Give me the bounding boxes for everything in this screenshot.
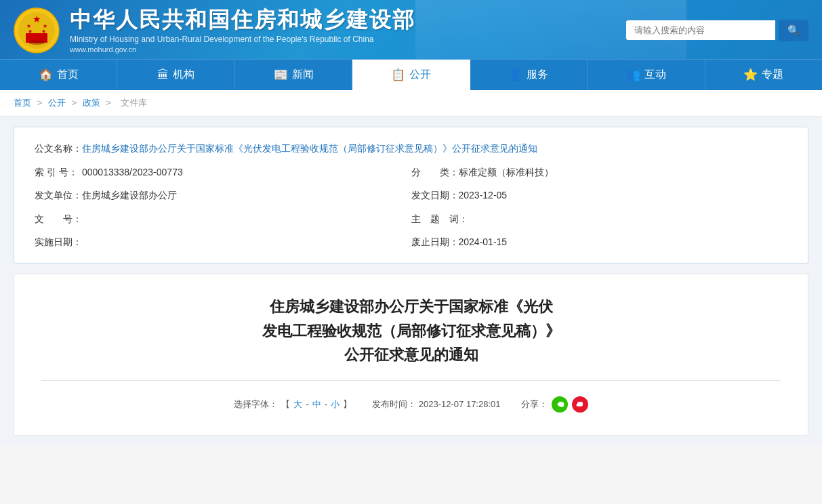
nav-item-home[interactable]: 🏠 首页 xyxy=(0,60,117,90)
doc-impldate-row: 实施日期： 废止日期： 2024-01-15 xyxy=(35,234,787,249)
doc-index-left: 索 引 号： 000013338/2023-00773 xyxy=(35,165,411,180)
doc-title-value: 住房城乡建设部办公厅关于国家标准《光伏发电工程验收规范（局部修订征求意见稿）》公… xyxy=(82,141,537,156)
nav-item-special[interactable]: ⭐ 专题 xyxy=(705,60,822,90)
publish-time-area: 发布时间： 2023-12-07 17:28:01 xyxy=(372,398,500,411)
breadcrumb-sep2: > xyxy=(71,98,79,108)
doc-expdate-value: 2024-01-15 xyxy=(459,234,508,249)
nav-label-org: 机构 xyxy=(173,68,194,82)
nav-label-news: 新闻 xyxy=(292,68,314,82)
article-title: 住房城乡建设部办公厅关于国家标准《光伏 发电工程验收规范（局部修订征求意见稿）》… xyxy=(41,295,781,366)
nav-label-open: 公开 xyxy=(409,68,431,82)
doc-impldate-label: 实施日期： xyxy=(35,234,82,249)
doc-expdate-right: 废止日期： 2024-01-15 xyxy=(411,234,788,249)
doc-title-label: 公文名称： xyxy=(35,141,82,156)
publish-time-value: 2023-12-07 17:28:01 xyxy=(419,399,501,409)
doc-sender-row: 发文单位： 住房城乡建设部办公厅 发文日期： 2023-12-05 xyxy=(35,188,787,203)
interact-icon: 👥 xyxy=(626,68,640,82)
font-size-selector: 选择字体： 【 大 - 中 - 小 】 xyxy=(234,398,352,411)
font-small-btn[interactable]: 小 xyxy=(331,398,340,411)
doc-subject-right: 主 题 词： xyxy=(411,211,788,226)
special-icon: ⭐ xyxy=(743,68,758,82)
site-title-en: Ministry of Housing and Urban-Rural Deve… xyxy=(70,35,415,44)
doc-sender-left: 发文单位： 住房城乡建设部办公厅 xyxy=(35,188,411,203)
org-icon: 🏛 xyxy=(157,68,169,82)
site-website: www.mohurd.gov.cn xyxy=(70,45,415,54)
wechat-share-icon[interactable] xyxy=(552,396,568,413)
doc-index-row: 索 引 号： 000013338/2023-00773 分 类： 标准定额（标准… xyxy=(35,165,787,180)
site-header: ★ ★ ★ ★ ★ 中华人民共和国住房和城乡建设部 Ministry of Ho… xyxy=(0,0,822,59)
home-icon: 🏠 xyxy=(39,68,53,82)
svg-point-8 xyxy=(28,41,45,45)
share-area: 分享： xyxy=(521,396,588,413)
service-icon: 👤 xyxy=(508,68,522,82)
svg-text:★: ★ xyxy=(33,14,41,24)
article-divider xyxy=(41,380,781,381)
font-size-label: 选择字体： xyxy=(234,398,278,411)
doc-title-left: 公文名称： 住房城乡建设部办公厅关于国家标准《光伏发电工程验收规范（局部修订征求… xyxy=(35,141,787,156)
breadcrumb-current: 文件库 xyxy=(121,98,147,108)
doc-category-label: 分 类： xyxy=(411,165,459,180)
font-large-btn[interactable]: 大 xyxy=(293,398,302,411)
nav-label-service: 服务 xyxy=(527,68,548,82)
font-size-close-bracket: 】 xyxy=(343,398,352,411)
font-size-open-bracket: 【 xyxy=(281,398,290,411)
share-label: 分享： xyxy=(521,398,548,411)
header-title-block: 中华人民共和国住房和城乡建设部 Ministry of Housing and … xyxy=(70,7,415,54)
header-left: ★ ★ ★ ★ ★ 中华人民共和国住房和城乡建设部 Ministry of Ho… xyxy=(14,7,415,54)
doc-senddate-label: 发文日期： xyxy=(411,188,459,203)
font-sep2: - xyxy=(325,399,327,409)
doc-docno-left: 文 号： xyxy=(35,211,411,226)
nav-label-special: 专题 xyxy=(762,68,783,82)
doc-subject-label: 主 题 词： xyxy=(411,211,468,226)
doc-title-row: 公文名称： 住房城乡建设部办公厅关于国家标准《光伏发电工程验收规范（局部修订征求… xyxy=(35,141,787,156)
doc-docno-row: 文 号： 主 题 词： xyxy=(35,211,787,226)
doc-index-value: 000013338/2023-00773 xyxy=(82,165,183,180)
nav-label-interact: 互动 xyxy=(644,68,666,82)
font-medium-btn[interactable]: 中 xyxy=(312,398,321,411)
breadcrumb-sep3: > xyxy=(106,98,113,108)
nav-item-open[interactable]: 📋 公开 xyxy=(352,60,470,90)
search-area: 🔍 xyxy=(626,20,808,41)
doc-impldate-left: 实施日期： xyxy=(35,234,411,249)
open-icon: 📋 xyxy=(391,68,405,82)
nav-item-interact[interactable]: 👥 互动 xyxy=(588,60,705,90)
weibo-share-icon[interactable] xyxy=(572,396,588,413)
doc-category-value: 标准定额（标准科技） xyxy=(459,165,554,180)
doc-expdate-label: 废止日期： xyxy=(411,234,459,249)
article-title-line1: 住房城乡建设部办公厅关于国家标准《光伏 xyxy=(270,298,553,315)
doc-senddate-right: 发文日期： 2023-12-05 xyxy=(411,188,788,203)
svg-text:★: ★ xyxy=(41,28,46,35)
doc-senddate-value: 2023-12-05 xyxy=(459,188,508,203)
news-icon: 📰 xyxy=(274,68,288,82)
doc-sender-label: 发文单位： xyxy=(35,188,82,203)
article-box: 住房城乡建设部办公厅关于国家标准《光伏 发电工程验收规范（局部修订征求意见稿）》… xyxy=(14,274,808,436)
article-meta: 选择字体： 【 大 - 中 - 小 】 发布时间： 2023-12-07 17:… xyxy=(41,391,781,418)
font-sep1: - xyxy=(306,399,308,409)
svg-text:★: ★ xyxy=(28,28,33,35)
search-input[interactable] xyxy=(626,20,775,40)
breadcrumb-policy[interactable]: 政策 xyxy=(83,98,100,108)
breadcrumb-open[interactable]: 公开 xyxy=(48,98,66,108)
article-title-line2: 发电工程验收规范（局部修订征求意见稿）》 xyxy=(262,322,560,339)
nav-item-news[interactable]: 📰 新闻 xyxy=(235,60,352,90)
article-title-line3: 公开征求意见的通知 xyxy=(344,346,478,363)
publish-time-label: 发布时间： xyxy=(372,399,416,409)
breadcrumb: 首页 > 公开 > 政策 > 文件库 xyxy=(0,90,822,117)
main-content: 公文名称： 住房城乡建设部办公厅关于国家标准《光伏发电工程验收规范（局部修订征求… xyxy=(0,117,822,446)
nav-label-home: 首页 xyxy=(57,68,79,82)
nav-bar: 🏠 首页 🏛 机构 📰 新闻 📋 公开 👤 服务 👥 互动 ⭐ 专题 xyxy=(0,59,822,90)
breadcrumb-sep1: > xyxy=(37,98,45,108)
nav-item-org[interactable]: 🏛 机构 xyxy=(117,60,234,90)
doc-info-box: 公文名称： 住房城乡建设部办公厅关于国家标准《光伏发电工程验收规范（局部修订征求… xyxy=(14,127,808,264)
nav-item-service[interactable]: 👤 服务 xyxy=(470,60,588,90)
doc-docno-label: 文 号： xyxy=(35,211,82,226)
doc-index-label: 索 引 号： xyxy=(35,165,82,180)
site-title-cn: 中华人民共和国住房和城乡建设部 xyxy=(70,7,415,33)
search-button[interactable]: 🔍 xyxy=(779,20,808,41)
logo-emblem: ★ ★ ★ ★ ★ xyxy=(14,7,60,54)
doc-sender-value: 住房城乡建设部办公厅 xyxy=(82,188,177,203)
breadcrumb-home[interactable]: 首页 xyxy=(14,98,31,108)
doc-category-right: 分 类： 标准定额（标准科技） xyxy=(411,165,788,180)
